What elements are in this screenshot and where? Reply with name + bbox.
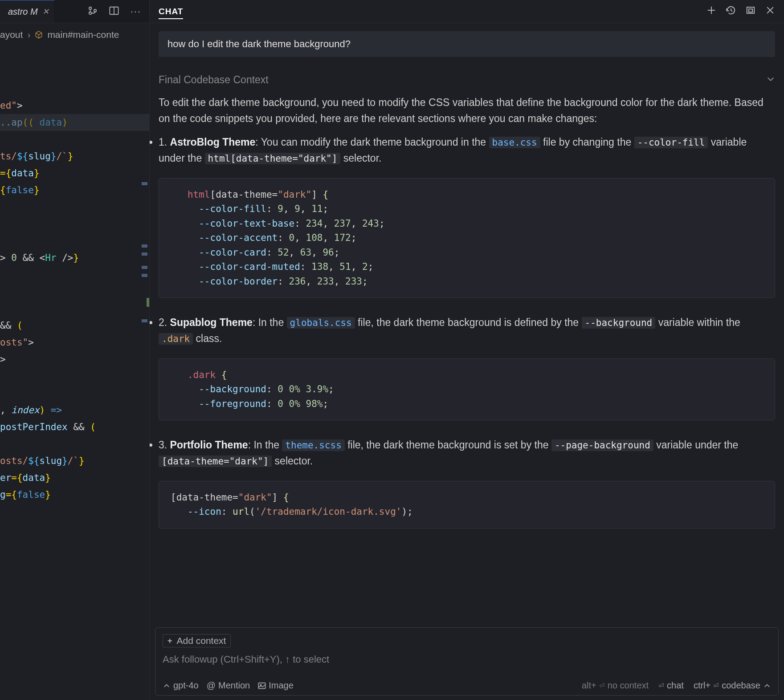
svg-point-1 [89, 12, 91, 14]
codebase-send[interactable]: ctrl+⏎ codebase [694, 680, 771, 691]
user-message-text: how do I edit the dark theme background? [167, 38, 351, 49]
compare-icon[interactable] [88, 6, 98, 18]
symbol-icon [35, 31, 43, 39]
inline-code: --background [582, 317, 656, 329]
chat-input-area: + Add context Ask followup (Ctrl+Shift+Y… [150, 627, 784, 700]
inline-code: theme.scss [282, 440, 344, 451]
tab-label: astro M [8, 7, 38, 17]
list-item: 1. AstroBlog Theme: You can modify the d… [159, 134, 775, 166]
image-button[interactable]: Image [258, 680, 294, 691]
svg-rect-8 [749, 9, 752, 12]
add-context-label: Add context [177, 635, 226, 646]
inline-code: [data-theme="dark"] [159, 456, 272, 467]
breadcrumb[interactable]: ayout › main#main-conte [0, 23, 149, 46]
assistant-message: To edit the dark theme background, you n… [159, 95, 775, 529]
chevron-down-icon[interactable] [766, 74, 775, 86]
close-icon[interactable] [765, 5, 775, 17]
chat-tab[interactable]: CHAT [159, 7, 183, 19]
list-item: 3. Portfolio Theme: In the theme.scss fi… [159, 437, 775, 469]
inline-code: base.css [489, 137, 540, 148]
code-editor[interactable]: ed">..ap(( data) ts/${slug}/`}={data}{fa… [0, 46, 149, 537]
new-chat-icon[interactable] [706, 5, 716, 17]
assistant-intro: To edit the dark theme background, you n… [159, 95, 775, 126]
theme-name: Supablog Theme [170, 317, 253, 328]
split-icon[interactable] [109, 6, 119, 18]
context-header[interactable]: Final Codebase Context [159, 69, 775, 95]
history-icon[interactable] [726, 5, 736, 17]
inline-code: globals.css [287, 317, 355, 329]
model-selector[interactable]: gpt-4o [163, 680, 199, 691]
inline-code: .dark [159, 333, 193, 345]
chat-pane: CHAT how do I edit the dark theme backgr… [149, 0, 784, 700]
input-footer: gpt-4o @ Mention Image alt+⏎ no context [163, 680, 771, 691]
chat-input-box[interactable]: + Add context Ask followup (Ctrl+Shift+Y… [155, 627, 779, 696]
code-block[interactable]: html[data-theme="dark"] { --color-fill: … [159, 178, 775, 298]
user-message: how do I edit the dark theme background? [159, 31, 775, 57]
no-context-hint[interactable]: alt+⏎ no context [582, 680, 649, 691]
chat-header: CHAT [150, 0, 784, 23]
list-item: 2. Supablog Theme: In the globals.css fi… [159, 315, 775, 346]
close-icon[interactable]: ✕ [42, 7, 49, 16]
chat-scroll[interactable]: how do I edit the dark theme background?… [150, 23, 784, 627]
add-context-button[interactable]: + Add context [163, 634, 231, 647]
theme-name: AstroBlog Theme [170, 136, 256, 148]
code-block[interactable]: .dark { --background: 0 0% 3.9%; --foreg… [159, 358, 775, 421]
breadcrumb-item[interactable]: main#main-conte [47, 29, 119, 40]
editor-pane: astro M ✕ ··· ayout › main#main-conte ed… [0, 0, 149, 700]
breadcrumb-item[interactable]: ayout [0, 29, 23, 40]
mention-button[interactable]: @ Mention [207, 680, 250, 691]
theme-name: Portfolio Theme [170, 439, 248, 451]
editor-tab[interactable]: astro M ✕ [0, 0, 55, 23]
chat-send[interactable]: ⏎ chat [658, 680, 684, 691]
code-block[interactable]: [data-theme="dark"] { --icon: url('/trad… [159, 481, 775, 529]
maximize-icon[interactable] [746, 5, 755, 17]
inline-code: html[data-theme="dark"] [205, 153, 341, 164]
svg-point-0 [89, 7, 91, 9]
tab-toolbar: ··· [88, 0, 149, 23]
chevron-right-icon: › [27, 29, 30, 40]
chat-input[interactable]: Ask followup (Ctrl+Shift+Y), ↑ to select [163, 654, 771, 665]
tab-bar: astro M ✕ ··· [0, 0, 149, 23]
inline-code: --page-background [551, 440, 653, 451]
inline-code: --color-fill [634, 137, 708, 148]
plus-icon: + [167, 636, 172, 646]
context-label: Final Codebase Context [159, 74, 269, 86]
